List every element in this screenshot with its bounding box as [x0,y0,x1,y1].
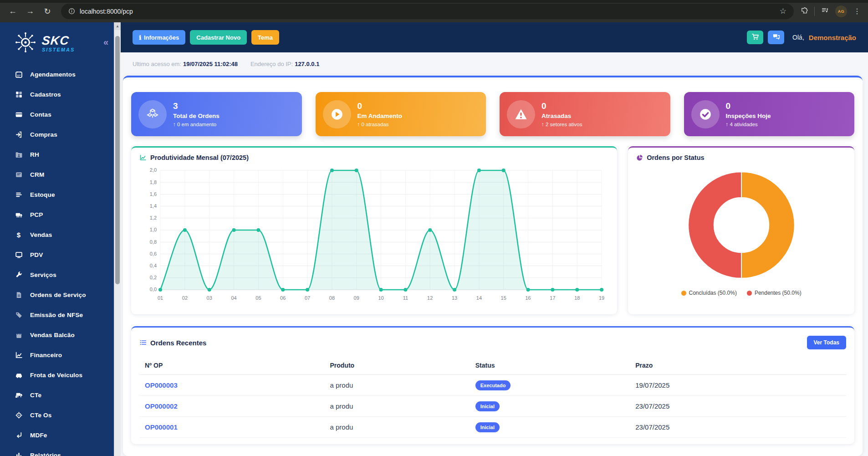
stats-row: 3Total de Ordens↑ 0 em andamento0Em Anda… [131,92,854,136]
brand-logo-icon [14,31,37,56]
site-info-icon[interactable] [68,8,75,15]
url-text[interactable]: localhost:8000/pcp [80,8,775,15]
signin-icon [15,131,23,138]
status-badge: Inicial [475,401,500,411]
column-header-produto: Produto [330,362,475,369]
svg-text:1,4: 1,4 [150,203,157,209]
orders-head: Ordens Recentes Ver Todas [139,336,846,349]
tema-button[interactable]: Tema [251,30,279,45]
forward-icon[interactable]: → [23,4,37,19]
scrollbar-up-icon[interactable]: ▲ [114,22,121,30]
view-all-button[interactable]: Ver Todas [807,336,846,349]
stat-sub-text: 4 atividades [730,122,757,127]
stat-card-atrasadas: 0Atrasadas↑ 2 setores ativos [500,92,670,136]
sidebar-item-label: Serviços [30,272,56,278]
browser-profile-avatar[interactable]: AG [835,5,847,17]
extensions-icon[interactable] [800,6,808,16]
browser-menu-icon[interactable]: ⋮ [853,7,861,15]
sidebar-item-vendas[interactable]: $Vendas [0,225,114,245]
sidebar-collapse-icon[interactable]: « [103,37,108,47]
cart-button[interactable] [747,31,763,44]
cadastrar-novo-button[interactable]: Cadastrar Novo [190,30,247,45]
stat-card-em-andamento: 0Em Andamento↑ 0 atrasadas [316,92,486,136]
produto-cell: a produ [330,402,475,410]
brand: SKC SISTEMAS « [0,22,114,64]
legend-item[interactable]: Concluídas (50.0%) [681,290,737,296]
column-header-status: Status [475,362,635,369]
productivity-title: Produtividade Mensal (07/2025) [150,154,249,161]
cart-icon [751,33,759,42]
stat-texts: 0Atrasadas↑ 2 setores ativos [541,101,582,127]
sidebar-item-ordens-de-servico[interactable]: Ordens de Serviço [0,285,114,305]
op-link[interactable]: OP000001 [145,423,330,431]
sidebar-item-estoque[interactable]: Estoque [0,184,114,205]
username-link[interactable]: Demonstração [809,34,856,41]
sidebar-item-frota-de-veiculos[interactable]: Frota de Veículos [0,365,114,385]
url-bar[interactable]: localhost:8000/pcp ☆ [61,4,794,19]
svg-text:2,0: 2,0 [150,168,157,173]
svg-text:02: 02 [182,295,188,301]
stat-value: 0 [726,101,771,111]
svg-text:1,8: 1,8 [150,179,157,185]
charts-row: Produtividade Mensal (07/2025) 0,00,20,4… [131,146,854,314]
sidebar-item-cte[interactable]: CTe [0,385,114,405]
stat-label: Em Andamento [357,113,403,119]
sidebar-item-mdfe[interactable]: MDFe [0,425,114,445]
sidebar-item-crm[interactable]: CRM [0,164,114,184]
sidebar-item-cadastros[interactable]: Cadastros [0,84,114,104]
bookmark-star-icon[interactable]: ☆ [780,6,786,16]
legend-dot [681,291,686,296]
productivity-line-chart: 0,00,20,40,60,81,01,21,41,61,82,00102030… [139,164,609,306]
sidebar-item-relatorios[interactable]: Relatórios [0,445,114,456]
op-link[interactable]: OP000003 [145,381,330,389]
sidebar-item-cte-os[interactable]: CTe Os [0,405,114,425]
check-circle-icon [691,100,720,128]
chat-button[interactable] [768,31,784,44]
list-icon [139,339,147,346]
sidebar-item-label: Contas [30,111,51,118]
sidebar-item-pdv[interactable]: PDV [0,245,114,265]
svg-text:11: 11 [403,295,408,301]
button-label: Tema [258,34,273,41]
svg-text:05: 05 [255,295,261,301]
sidebar-item-label: Agendamentos [30,71,76,78]
reload-icon[interactable]: ↻ [40,4,55,19]
stat-sub: ↑ 0 atrasadas [357,122,403,127]
sidebar-item-vendas-balcao[interactable]: Vendas Balcão [0,325,114,345]
sidebar-item-rh[interactable]: RH [0,144,114,164]
ip-label: Endereço do IP: [250,61,293,67]
stat-sub-text: 2 setores ativos [546,122,582,127]
car-icon [15,371,23,379]
sidebar-item-servicos[interactable]: Serviços [0,265,114,285]
informacoes-button[interactable]: ℹInformações [133,30,185,45]
op-link[interactable]: OP000002 [145,402,330,410]
page-scrollbar[interactable]: ▲ [114,22,121,456]
sidebar-item-agendamentos[interactable]: Agendamentos [0,64,114,84]
truck-icon [15,211,23,219]
stat-texts: 3Total de Ordens↑ 0 em andamento [173,101,220,127]
playlist-icon[interactable] [821,6,829,16]
sidebar-item-label: Cadastros [30,91,61,98]
svg-text:14: 14 [476,295,482,301]
sidebar-item-compras[interactable]: Compras [0,124,114,144]
back-icon[interactable]: ← [5,4,20,19]
sidebar-item-label: Financeiro [30,352,62,359]
orders-header-row: Nº OPProdutoStatusPrazo [139,356,846,375]
brand-subtitle: SISTEMAS [42,47,75,52]
legend-item[interactable]: Pendentes (50.0%) [747,290,802,296]
status-donut-chart [680,164,802,286]
sidebar-item-label: Relatórios [30,452,61,456]
orders-panel: Ordens Recentes Ver Todas Nº OPProdutoSt… [131,326,854,444]
scrollbar-thumb[interactable] [115,36,120,284]
sidebar-item-financeiro[interactable]: Financeiro [0,345,114,365]
bars-icon [15,451,23,456]
button-label: Cadastrar Novo [196,34,240,41]
sidebar-item-emissao-de-nfse[interactable]: Emissão de NFSe [0,305,114,325]
produto-cell: a produ [330,381,475,389]
sidebar-item-pcp[interactable]: PCP [0,205,114,225]
browser-toolbar: ← → ↻ localhost:8000/pcp ☆ AG ⋮ [0,0,868,22]
svg-text:15: 15 [501,295,506,301]
chart-line-icon [15,351,23,359]
sidebar-item-contas[interactable]: Contas [0,104,114,124]
svg-text:1,0: 1,0 [150,227,157,233]
